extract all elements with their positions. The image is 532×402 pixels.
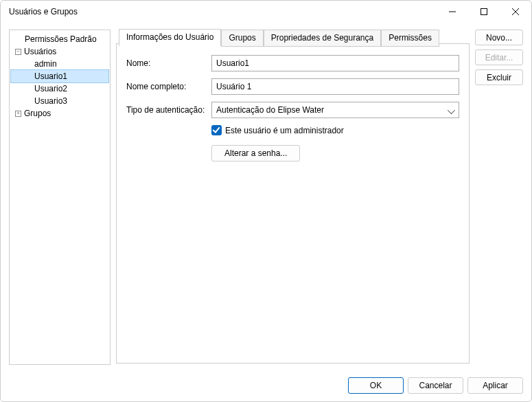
edit-button: Editar... <box>475 49 523 65</box>
tab-groups-label: Grupos <box>229 33 255 43</box>
close-button[interactable] <box>500 1 531 23</box>
authtype-select[interactable]: Autenticação do Elipse Water <box>211 102 459 118</box>
minimize-button[interactable] <box>437 1 468 23</box>
tree-usuarios[interactable]: − Usuários <box>11 45 108 58</box>
authtype-select-box[interactable]: Autenticação do Elipse Water <box>211 102 459 118</box>
tab-groups[interactable]: Grupos <box>221 30 263 47</box>
svg-rect-1 <box>481 9 487 15</box>
tree-grupos[interactable]: + Grupos <box>11 107 108 120</box>
close-icon <box>512 8 519 15</box>
fullname-input[interactable] <box>211 78 459 95</box>
maximize-icon <box>481 8 487 15</box>
admin-check-label: Este usuário é um administrador <box>225 126 344 135</box>
apply-button[interactable]: Aplicar <box>467 377 523 394</box>
tree-usuarios-label: Usuários <box>24 47 56 56</box>
fullname-label: Nome completo: <box>126 82 211 91</box>
change-password-button[interactable]: Alterar a senha... <box>211 145 300 161</box>
tree-user-label: admin <box>34 59 57 69</box>
tab-security-label: Propriedades de Segurança <box>271 33 373 43</box>
tab-info[interactable]: Informações do Usuário <box>119 29 221 46</box>
tab-permissions[interactable]: Permissões <box>381 30 439 47</box>
tree-user-admin[interactable]: admin <box>11 58 108 70</box>
window-controls <box>437 1 531 23</box>
tab-security[interactable]: Propriedades de Segurança <box>264 30 381 47</box>
row-authtype: Tipo de autenticação: Autenticação do El… <box>126 102 459 118</box>
collapse-icon[interactable]: − <box>15 49 21 55</box>
tab-permissions-label: Permissões <box>389 33 432 43</box>
tree-user-label: Usuario1 <box>34 71 67 81</box>
tree-user-usuario1[interactable]: Usuario1 <box>11 70 108 82</box>
right-panel: Novo... Editar... Excluir <box>475 30 523 365</box>
authtype-label: Tipo de autenticação: <box>126 105 211 115</box>
row-admin-check: Este usuário é um administrador <box>211 125 459 135</box>
maximize-button[interactable] <box>468 1 500 23</box>
window-title: Usuários e Grupos <box>9 7 437 16</box>
row-fullname: Nome completo: <box>126 78 459 95</box>
bottom-bar: OK Cancelar Aplicar <box>348 377 523 394</box>
tree-panel: Permissões Padrão − Usuários admin Usuar… <box>9 30 111 365</box>
new-button[interactable]: Novo... <box>475 30 523 45</box>
main-area: Permissões Padrão − Usuários admin Usuar… <box>1 23 531 372</box>
tree-user-usuario2[interactable]: Usuario2 <box>11 82 108 95</box>
tree-root[interactable]: Permissões Padrão <box>11 33 108 45</box>
cancel-button[interactable]: Cancelar <box>408 377 463 394</box>
name-input[interactable] <box>211 55 459 71</box>
tab-info-label: Informações do Usuário <box>126 32 213 42</box>
tab-host: Informações do Usuário Grupos Propriedad… <box>116 43 470 364</box>
tree-user-label: Usuario2 <box>34 84 67 93</box>
ok-button[interactable]: OK <box>348 377 404 394</box>
titlebar: Usuários e Grupos <box>1 1 531 23</box>
center-panel: Informações do Usuário Grupos Propriedad… <box>116 30 470 365</box>
tab-strip: Informações do Usuário Grupos Propriedad… <box>119 29 439 46</box>
admin-checkbox[interactable] <box>211 125 222 135</box>
tree-root-label: Permissões Padrão <box>25 34 97 44</box>
tree-user-label: Usuario3 <box>34 96 67 106</box>
minimize-icon <box>449 8 456 15</box>
tree-user-usuario3[interactable]: Usuario3 <box>11 95 108 107</box>
name-label: Nome: <box>126 58 211 68</box>
delete-button[interactable]: Excluir <box>475 69 523 85</box>
expand-icon[interactable]: + <box>15 111 21 117</box>
tab-content: Nome: Nome completo: Tipo de autenticaçã… <box>117 44 469 172</box>
authtype-value: Autenticação do Elipse Water <box>216 105 324 115</box>
tree-grupos-label: Grupos <box>24 109 51 118</box>
row-name: Nome: <box>126 55 459 71</box>
